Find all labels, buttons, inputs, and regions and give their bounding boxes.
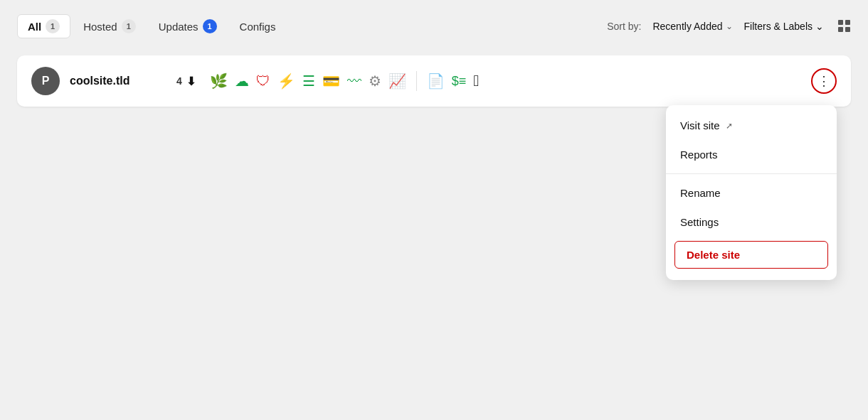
update-count: 4 ⬇: [176, 75, 196, 88]
plugin-icon-3: 🛡: [256, 73, 270, 90]
tab-configs[interactable]: Configs: [230, 16, 286, 37]
tab-hosted-badge: 1: [122, 19, 136, 33]
menu-visit-site[interactable]: Visit site ➚: [666, 111, 837, 140]
plugin-icon-5: ☰: [302, 72, 315, 90]
avatar-letter: P: [42, 75, 50, 87]
tab-bar: All 1 Hosted 1 Updates 1 Configs Sort by…: [17, 14, 851, 38]
plugin-icon-1: 🌿: [210, 72, 228, 90]
tab-hosted[interactable]: Hosted 1: [73, 15, 146, 38]
grid-view-icon[interactable]: [838, 20, 851, 33]
more-button[interactable]: ⋮: [811, 68, 837, 94]
download-icon: ⬇: [186, 75, 196, 88]
action-icon-2[interactable]: $≡: [452, 74, 467, 89]
tab-updates-badge: 1: [203, 19, 217, 33]
main-container: All 1 Hosted 1 Updates 1 Configs Sort by…: [0, 0, 868, 121]
plugin-icon-7: 〰: [347, 73, 361, 90]
visit-site-label: Visit site: [680, 119, 720, 131]
sort-area: Sort by: Recently Added ⌄ Filters & Labe…: [607, 20, 851, 33]
sort-value: Recently Added: [652, 21, 722, 32]
update-number: 4: [176, 75, 182, 87]
menu-reports[interactable]: Reports: [666, 140, 837, 169]
menu-rename[interactable]: Rename: [666, 178, 837, 208]
filters-label: Filters & Labels: [744, 21, 813, 32]
menu-delete-site[interactable]: Delete site: [674, 241, 828, 269]
sort-dropdown[interactable]: Recently Added ⌄: [652, 21, 732, 32]
plugin-icon-4: ⚡: [277, 72, 295, 90]
tab-all[interactable]: All 1: [17, 14, 70, 38]
plugin-icon-6: 💳: [322, 72, 340, 90]
plugin-icon-8: ⚙: [369, 72, 381, 90]
settings-label: Settings: [680, 216, 719, 228]
site-row: P coolsite.tld 4 ⬇ 🌿 ☁ 🛡 ⚡ ☰ 💳 〰 ⚙ 📈: [17, 55, 851, 107]
site-name: coolsite.tld: [70, 75, 155, 87]
rename-label: Rename: [680, 187, 721, 199]
plugin-icon-9: 📈: [388, 72, 406, 90]
menu-divider: [666, 173, 837, 174]
sort-chevron-icon: ⌄: [726, 21, 733, 31]
tab-hosted-label: Hosted: [83, 21, 117, 33]
action-icon-3[interactable]: 𕜧: [473, 72, 479, 90]
plugin-icon-2: ☁: [235, 72, 249, 90]
tab-configs-label: Configs: [240, 21, 276, 33]
icon-divider: [416, 71, 417, 91]
external-link-icon: ➚: [726, 121, 733, 131]
menu-settings[interactable]: Settings: [666, 208, 837, 237]
reports-label: Reports: [680, 149, 718, 161]
dropdown-menu: Visit site ➚ Reports Rename Settings Del…: [666, 105, 837, 280]
tab-all-badge: 1: [46, 19, 60, 33]
tab-updates-label: Updates: [159, 21, 199, 33]
filters-dropdown[interactable]: Filters & Labels ⌄: [744, 21, 824, 32]
delete-site-label: Delete site: [687, 249, 740, 261]
tab-all-label: All: [28, 21, 41, 33]
sortby-label: Sort by:: [607, 21, 641, 32]
more-dots-icon: ⋮: [817, 73, 830, 89]
filters-chevron-icon: ⌄: [815, 21, 824, 32]
site-icons: 🌿 ☁ 🛡 ⚡ ☰ 💳 〰 ⚙ 📈 📄 $≡ 𕜧: [210, 71, 805, 91]
action-icon-1[interactable]: 📄: [427, 72, 445, 90]
site-avatar: P: [31, 67, 60, 95]
tab-updates[interactable]: Updates 1: [149, 15, 227, 38]
